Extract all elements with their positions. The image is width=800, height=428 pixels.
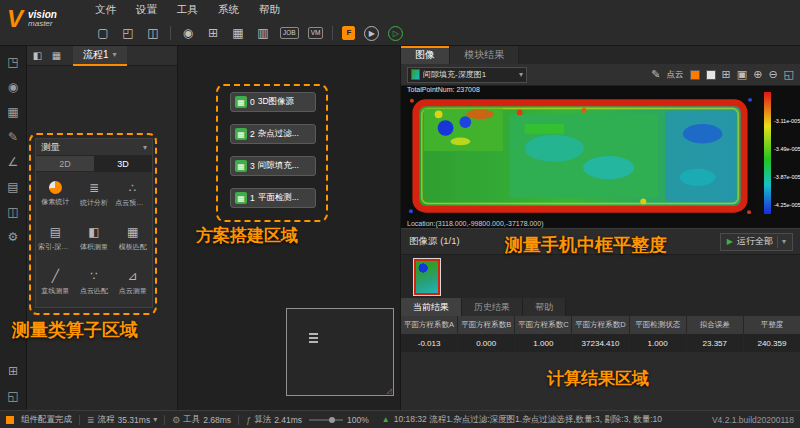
dimension-tabs: 2D 3D bbox=[36, 155, 152, 172]
angle-icon: ⊿ bbox=[128, 268, 138, 283]
strip-module-icon[interactable]: ◫ bbox=[7, 206, 18, 218]
resize-handle-icon[interactable]: ◿ bbox=[387, 387, 392, 395]
table-row[interactable]: -0.013 0.000 1.000 37234.410 1.000 23.35… bbox=[401, 334, 800, 352]
strip-gallery-icon[interactable]: ▦ bbox=[7, 106, 18, 118]
module-item[interactable]: ▦模板匹配 bbox=[113, 216, 152, 260]
tab-image[interactable]: 图像 bbox=[401, 46, 450, 64]
chevron-down-icon: ▾ bbox=[113, 50, 117, 59]
flow-node-3d-image-source[interactable]: ▦ 0 3D图像源 bbox=[230, 92, 316, 112]
run-once-button[interactable]: ▶ bbox=[364, 26, 379, 41]
actual-size-icon[interactable]: ▣ bbox=[737, 68, 747, 81]
save-icon[interactable]: ◫ bbox=[145, 25, 161, 41]
zoom-slider-knob[interactable] bbox=[329, 417, 335, 423]
grid-view-icon[interactable]: ▦ bbox=[230, 25, 246, 41]
fit-window-icon[interactable]: ⊞ bbox=[722, 68, 731, 81]
chevron-down-icon: ▾ bbox=[143, 143, 147, 152]
module-item[interactable]: ▤索引-深度图 bbox=[36, 216, 75, 260]
visionmaster-window: V vision master 文件 设置 工具 系统 帮助 ▢ ◰ ◫ ◉ ⊞… bbox=[0, 0, 800, 428]
color-swatch-white[interactable] bbox=[706, 70, 716, 80]
line-icon: ╱ bbox=[52, 268, 59, 283]
io-config-icon[interactable]: ▥ bbox=[255, 25, 271, 41]
result-cell: 23.357 bbox=[687, 334, 744, 352]
pencil-icon[interactable]: ✎ bbox=[651, 68, 660, 81]
algorithm-icon: ƒ bbox=[246, 415, 251, 425]
new-file-icon[interactable]: ▢ bbox=[95, 25, 111, 41]
vm-badge[interactable]: VM bbox=[308, 27, 324, 40]
image-source-dropdown[interactable]: 间隙填充-深度图1 ▾ bbox=[407, 67, 527, 83]
flow-canvas[interactable]: ▦ 0 3D图像源 ▦ 2 杂点过滤... ▦ 3 间隙填充... ▦ 1 平面… bbox=[178, 46, 400, 410]
module-item[interactable]: ⊿点云测量 bbox=[113, 260, 152, 304]
tab-help[interactable]: 帮助 bbox=[523, 298, 566, 316]
strip-gear-icon[interactable]: ⚙ bbox=[8, 231, 19, 243]
tab-history-result[interactable]: 历史结果 bbox=[462, 298, 523, 316]
zoom-control: 100% bbox=[309, 415, 369, 425]
zoom-out-icon[interactable]: ⊖ bbox=[768, 68, 777, 81]
topbar: V vision master 文件 设置 工具 系统 帮助 ▢ ◰ ◫ ◉ ⊞… bbox=[0, 0, 800, 46]
module-item[interactable]: ◧体积测量 bbox=[75, 216, 114, 260]
menu-item-help[interactable]: 帮助 bbox=[259, 3, 280, 17]
run-continuous-button[interactable]: ▷ bbox=[388, 26, 403, 41]
column-header: 拟合误差 bbox=[687, 316, 744, 334]
module-item[interactable]: ≣统计分析 bbox=[75, 172, 114, 216]
version-label: V4.2.1.build20200118 bbox=[712, 415, 794, 425]
color-swatch-orange[interactable] bbox=[690, 70, 700, 80]
menu-item-file[interactable]: 文件 bbox=[95, 3, 116, 17]
flow-time[interactable]: ≣ 流程 35.31ms ▾ bbox=[87, 414, 157, 426]
depth-image-viewer[interactable]: TotalPointNum: 237008 -3.11e-005 -3.49e-… bbox=[401, 86, 800, 228]
chevron-down-icon: ▾ bbox=[153, 415, 157, 424]
strip-grid-icon[interactable]: ⊞ bbox=[8, 365, 18, 377]
strip-list-icon[interactable]: ▤ bbox=[7, 181, 18, 193]
process-list-icon[interactable]: ◧ bbox=[31, 49, 44, 62]
zoom-slider[interactable] bbox=[309, 419, 343, 421]
flow-node-noise-filter[interactable]: ▦ 2 杂点过滤... bbox=[230, 124, 316, 144]
function-badge[interactable]: F bbox=[342, 26, 355, 40]
calibration-icon[interactable]: ⊞ bbox=[205, 25, 221, 41]
strip-pen-icon[interactable]: ✎ bbox=[8, 131, 18, 143]
pie-chart-icon bbox=[49, 181, 62, 194]
zoom-in-icon[interactable]: ⊕ bbox=[753, 68, 762, 81]
camera-manage-icon[interactable]: ◉ bbox=[180, 25, 196, 41]
menu-item-settings[interactable]: 设置 bbox=[136, 3, 157, 17]
result-cell: 1.000 bbox=[515, 334, 572, 352]
menubar: 文件 设置 工具 系统 帮助 bbox=[95, 0, 280, 20]
module-item[interactable]: ∵点云匹配 bbox=[75, 260, 114, 304]
statusbar: 组件配置完成 ≣ 流程 35.31ms ▾ ⚙ 工具 2.68ms ƒ 算法 2… bbox=[0, 410, 800, 428]
pan-icon[interactable]: ◱ bbox=[784, 68, 794, 81]
tab-current-result[interactable]: 当前结果 bbox=[401, 298, 462, 316]
measure-panel-header[interactable]: 测量 ▾ bbox=[36, 139, 152, 155]
column-header: 平整度 bbox=[744, 316, 800, 334]
tab-3d[interactable]: 3D bbox=[94, 156, 152, 171]
run-all-button[interactable]: ▶ 运行全部 ▾ bbox=[720, 233, 793, 251]
pointcloud-label[interactable]: 点云 bbox=[667, 69, 684, 81]
result-cell: 240.359 bbox=[744, 334, 800, 352]
log-message[interactable]: ▲ 10:18:32 流程1.杂点过滤:深度图1.杂点过滤选择,数量:3, 剔除… bbox=[382, 414, 705, 426]
job-badge[interactable]: JOB bbox=[280, 27, 299, 40]
flow-minimap[interactable]: ◿ bbox=[286, 308, 394, 396]
module-item[interactable]: ╱直线测量 bbox=[36, 260, 75, 304]
menu-item-system[interactable]: 系统 bbox=[218, 3, 239, 17]
strip-measure-icon[interactable]: ∠ bbox=[8, 156, 19, 168]
strip-window-icon[interactable]: ◳ bbox=[7, 56, 18, 68]
tab-2d[interactable]: 2D bbox=[36, 156, 94, 171]
total-point-count: TotalPointNum: 237008 bbox=[407, 86, 480, 93]
module-item[interactable]: 像素统计 bbox=[36, 172, 75, 216]
strip-layout-icon[interactable]: ◱ bbox=[7, 390, 18, 402]
image-thumbnail[interactable] bbox=[413, 258, 441, 296]
image-toolbar: 间隙填充-深度图1 ▾ ✎ 点云 ⊞ ▣ ⊕ ⊖ ◱ bbox=[401, 64, 800, 86]
strip-camera-icon[interactable]: ◉ bbox=[8, 81, 18, 93]
tab-module-result[interactable]: 模块结果 bbox=[450, 46, 519, 64]
flow-node-plane-detect[interactable]: ▦ 1 平面检测... bbox=[230, 188, 316, 208]
cursor-location: Location:(3118.000,-99800.000,-37178.000… bbox=[407, 220, 543, 227]
tab-process-1[interactable]: 流程1 ▾ bbox=[73, 46, 127, 66]
logo-line2: master bbox=[28, 20, 57, 29]
open-folder-icon[interactable]: ◰ bbox=[120, 25, 136, 41]
measure-panel-title: 测量 bbox=[41, 141, 60, 154]
view-mode-icon[interactable]: ▦ bbox=[50, 49, 63, 62]
node-icon: ▦ bbox=[235, 128, 247, 140]
flow-node-gap-fill[interactable]: ▦ 3 间隙填充... bbox=[230, 156, 316, 176]
module-item[interactable]: ∴点云预处理 bbox=[113, 172, 152, 216]
thumbnail-strip bbox=[401, 254, 800, 298]
results-table: 平面方程系数A 平面方程系数B 平面方程系数C 平面方程系数D 平面检测状态 拟… bbox=[401, 316, 800, 352]
result-tabs: 当前结果 历史结果 帮助 bbox=[401, 298, 800, 316]
menu-item-tools[interactable]: 工具 bbox=[177, 3, 198, 17]
